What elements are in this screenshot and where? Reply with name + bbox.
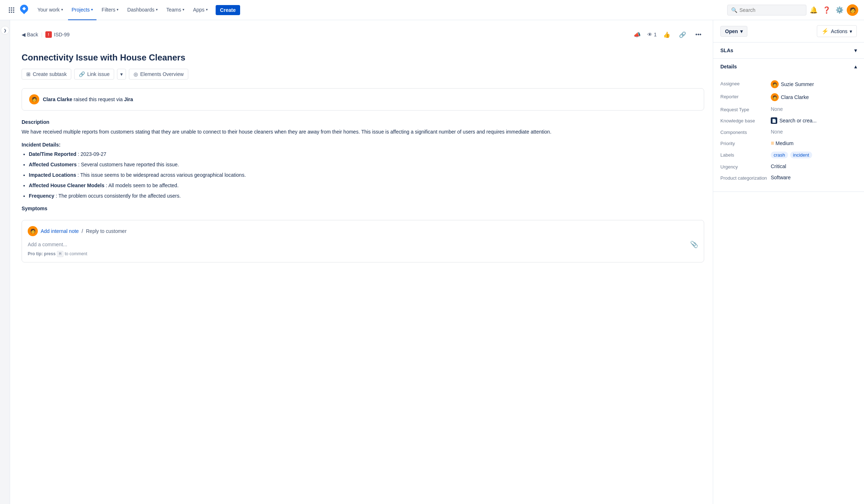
reporter-card: 🧑 Clara Clarke raised this request via J… xyxy=(22,88,704,111)
knowledge-base-row: Knowledge base 📄 Search or crea... xyxy=(720,117,857,124)
urgency-row: Urgency Critical xyxy=(720,163,857,170)
comment-placeholder[interactable]: Add a comment... xyxy=(28,242,67,247)
watch-button[interactable]: 👁 1 xyxy=(647,32,657,37)
actions-button[interactable]: ⚡ Actions ▾ xyxy=(817,25,857,37)
reporter-action-text: raised this request via xyxy=(74,96,124,102)
nav-projects[interactable]: Projects ▾ xyxy=(68,0,97,20)
help-button[interactable]: ❓ xyxy=(821,4,832,16)
product-cat-row: Product categorization Software xyxy=(720,175,857,181)
pro-tip-text: Pro tip: press M to comment xyxy=(28,251,698,256)
collapse-sidebar-button[interactable]: ❯ xyxy=(1,26,9,35)
description-title: Description xyxy=(22,119,704,125)
components-row: Components None xyxy=(720,129,857,135)
filters-chevron: ▾ xyxy=(117,8,118,12)
product-cat-value[interactable]: Software xyxy=(771,175,791,180)
back-button[interactable]: ◀ Back xyxy=(22,32,38,37)
components-value[interactable]: None xyxy=(771,129,783,135)
nav-teams[interactable]: Teams ▾ xyxy=(163,0,188,20)
svg-rect-8 xyxy=(13,12,14,13)
issue-toolbar: ⊞ Create subtask 🔗 Link issue ▾ ◎ Elemen… xyxy=(22,69,704,80)
priority-value[interactable]: Medium xyxy=(775,140,793,146)
comment-input-row: Add a comment... 📎 xyxy=(28,240,698,248)
svg-rect-3 xyxy=(9,9,10,10)
list-item: Affected Customers : Several customers h… xyxy=(29,161,704,168)
notifications-button[interactable]: 🔔 xyxy=(808,4,819,16)
breadcrumb-issue-link[interactable]: ! ISD-99 xyxy=(45,31,70,38)
elements-icon: ◎ xyxy=(134,71,138,77)
reply-to-customer-tab[interactable]: Reply to customer xyxy=(86,227,127,235)
assignee-avatar: 🧑 xyxy=(771,80,779,88)
priority-icon: ≡ xyxy=(771,140,773,147)
apps-chevron: ▾ xyxy=(206,8,208,12)
notify-button[interactable]: 📣 xyxy=(631,29,643,40)
assignee-row: Assignee 🧑 Suzie Summer xyxy=(720,80,857,88)
reporter-avatar: 🧑 xyxy=(29,94,39,104)
label-incident[interactable]: incident xyxy=(790,152,812,158)
attach-file-button[interactable]: 📎 xyxy=(690,240,698,248)
link-icon: 🔗 xyxy=(79,71,85,77)
create-button[interactable]: Create xyxy=(216,5,240,15)
svg-rect-0 xyxy=(9,7,10,8)
breadcrumb: ◀ Back | ! ISD-99 xyxy=(22,31,69,38)
teams-chevron: ▾ xyxy=(183,8,184,12)
list-item: Frequency : The problem occurs consisten… xyxy=(29,192,704,200)
svg-rect-4 xyxy=(11,9,12,10)
sla-section-header[interactable]: SLAs ▾ xyxy=(713,42,864,58)
comment-tabs: Add internal note / Reply to customer xyxy=(41,227,127,235)
nav-dashboards[interactable]: Dashboards ▾ xyxy=(123,0,161,20)
nav-filters[interactable]: Filters ▾ xyxy=(98,0,122,20)
description-section: Description We have received multiple re… xyxy=(22,119,704,211)
share-button[interactable]: 🔗 xyxy=(677,29,688,40)
assignee-name[interactable]: Suzie Summer xyxy=(781,81,814,87)
svg-rect-7 xyxy=(11,12,12,13)
reporter-detail-name[interactable]: Clara Clarke xyxy=(781,94,809,100)
svg-rect-2 xyxy=(13,7,14,8)
label-crash[interactable]: crash xyxy=(771,152,788,158)
sidebar-toggle[interactable]: ❯ xyxy=(0,20,10,504)
details-grid: Assignee 🧑 Suzie Summer Reporter 🧑 Clara… xyxy=(713,75,864,192)
reporter-name: Clara Clarke xyxy=(43,96,72,102)
lightning-icon: ⚡ xyxy=(822,28,829,35)
your-work-chevron: ▾ xyxy=(61,8,63,12)
more-options-button[interactable]: ••• xyxy=(693,29,704,40)
request-type-value[interactable]: None xyxy=(771,106,783,112)
right-panel-header: Open ▾ ⚡ Actions ▾ xyxy=(713,20,864,42)
main-content: ◀ Back | ! ISD-99 📣 👁 1 👍 🔗 ••• xyxy=(10,20,713,504)
search-input[interactable] xyxy=(739,7,802,13)
back-arrow-icon: ◀ xyxy=(22,32,26,37)
symptoms-title: Symptoms xyxy=(22,206,704,211)
thumbsup-button[interactable]: 👍 xyxy=(661,29,672,40)
user-avatar[interactable]: 🧑 xyxy=(847,4,858,16)
knowledge-base-icon: 📄 xyxy=(771,117,777,124)
jira-logo[interactable] xyxy=(19,4,30,16)
create-subtask-button[interactable]: ⊞ Create subtask xyxy=(22,69,71,80)
sla-section: SLAs ▾ xyxy=(713,42,864,59)
breadcrumb-separator: | xyxy=(41,32,42,37)
more-toolbar-button[interactable]: ▾ xyxy=(117,69,126,80)
list-item: Date/Time Reported : 2023-09-27 xyxy=(29,150,704,158)
reporter-via: Jira xyxy=(124,96,133,102)
nav-apps[interactable]: Apps ▾ xyxy=(189,0,211,20)
elements-overview-button[interactable]: ◎ Elements Overview xyxy=(129,69,188,80)
link-issue-button[interactable]: 🔗 Link issue xyxy=(74,69,114,80)
add-internal-note-tab[interactable]: Add internal note xyxy=(41,227,79,235)
search-box[interactable]: 🔍 xyxy=(727,5,806,15)
dashboards-chevron: ▾ xyxy=(156,8,158,12)
reporter-row: Reporter 🧑 Clara Clarke xyxy=(720,93,857,101)
nav-your-work[interactable]: Your work ▾ xyxy=(34,0,67,20)
list-item: Impacted Locations : This issue seems to… xyxy=(29,171,704,179)
svg-rect-5 xyxy=(13,9,14,10)
settings-button[interactable]: ⚙️ xyxy=(834,4,845,16)
urgency-value[interactable]: Critical xyxy=(771,163,786,169)
search-icon: 🔍 xyxy=(731,7,737,13)
status-chevron-icon: ▾ xyxy=(740,28,743,34)
top-navigation: Your work ▾ Projects ▾ Filters ▾ Dashboa… xyxy=(0,0,864,20)
details-section-header[interactable]: Details ▴ xyxy=(713,59,864,75)
apps-menu-button[interactable] xyxy=(6,4,17,16)
status-button[interactable]: Open ▾ xyxy=(720,26,747,37)
incident-list: Date/Time Reported : 2023-09-27 Affected… xyxy=(29,150,704,200)
projects-chevron: ▾ xyxy=(91,8,93,12)
knowledge-base-value[interactable]: Search or crea... xyxy=(779,118,817,123)
commenter-avatar: 🧑 xyxy=(28,226,38,236)
comment-header: 🧑 Add internal note / Reply to customer xyxy=(28,226,698,236)
